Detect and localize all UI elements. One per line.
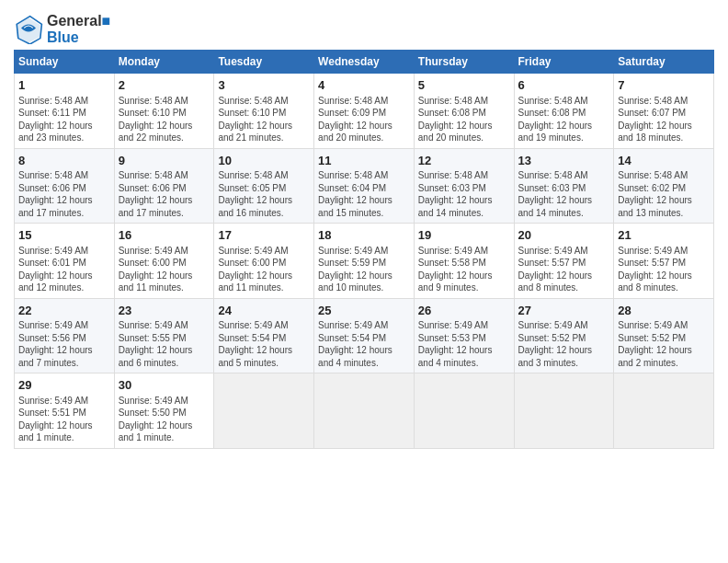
calendar-cell: 20Sunrise: 5:49 AM Sunset: 5:57 PM Dayli… — [514, 224, 614, 299]
day-number: 4 — [318, 77, 410, 94]
calendar-cell: 10Sunrise: 5:48 AM Sunset: 6:05 PM Dayli… — [214, 148, 314, 224]
calendar-cell: 23Sunrise: 5:49 AM Sunset: 5:55 PM Dayli… — [114, 298, 214, 373]
week-row-2: 8Sunrise: 5:48 AM Sunset: 6:06 PM Daylig… — [15, 148, 714, 224]
day-number: 11 — [318, 153, 410, 169]
day-info: Sunrise: 5:49 AM Sunset: 5:54 PM Dayligh… — [318, 319, 410, 369]
calendar-cell: 17Sunrise: 5:49 AM Sunset: 6:00 PM Dayli… — [214, 224, 314, 299]
day-info: Sunrise: 5:49 AM Sunset: 5:57 PM Dayligh… — [618, 245, 710, 294]
calendar-cell: 30Sunrise: 5:49 AM Sunset: 5:50 PM Dayli… — [114, 373, 214, 449]
weekday-header-sunday: Sunday — [15, 51, 115, 74]
day-info: Sunrise: 5:49 AM Sunset: 6:01 PM Dayligh… — [18, 245, 110, 294]
day-number: 12 — [418, 153, 510, 169]
calendar-cell: 25Sunrise: 5:49 AM Sunset: 5:54 PM Dayli… — [314, 298, 415, 373]
calendar-cell — [414, 373, 514, 449]
day-number: 1 — [18, 77, 110, 94]
week-row-1: 1Sunrise: 5:48 AM Sunset: 6:11 PM Daylig… — [15, 74, 714, 149]
week-row-3: 15Sunrise: 5:49 AM Sunset: 6:01 PM Dayli… — [15, 224, 714, 299]
weekday-header-tuesday: Tuesday — [214, 51, 314, 74]
day-info: Sunrise: 5:48 AM Sunset: 6:04 PM Dayligh… — [318, 169, 410, 219]
day-number: 8 — [18, 153, 110, 169]
day-info: Sunrise: 5:48 AM Sunset: 6:10 PM Dayligh… — [218, 95, 310, 144]
calendar-cell: 24Sunrise: 5:49 AM Sunset: 5:54 PM Dayli… — [214, 298, 314, 373]
weekday-header-friday: Friday — [514, 51, 614, 74]
day-number: 19 — [418, 227, 510, 244]
day-info: Sunrise: 5:49 AM Sunset: 5:53 PM Dayligh… — [418, 319, 510, 369]
calendar-cell — [314, 373, 415, 449]
calendar-cell: 12Sunrise: 5:48 AM Sunset: 6:03 PM Dayli… — [414, 148, 514, 224]
day-number: 16 — [119, 227, 210, 244]
calendar-cell — [614, 373, 714, 449]
calendar-cell: 2Sunrise: 5:48 AM Sunset: 6:10 PM Daylig… — [114, 74, 214, 149]
day-info: Sunrise: 5:48 AM Sunset: 6:10 PM Dayligh… — [119, 95, 210, 144]
calendar-cell: 3Sunrise: 5:48 AM Sunset: 6:10 PM Daylig… — [214, 74, 314, 149]
calendar-cell: 26Sunrise: 5:49 AM Sunset: 5:53 PM Dayli… — [414, 298, 514, 373]
day-number: 6 — [518, 77, 610, 94]
day-info: Sunrise: 5:49 AM Sunset: 5:50 PM Dayligh… — [119, 395, 210, 444]
day-info: Sunrise: 5:49 AM Sunset: 6:00 PM Dayligh… — [119, 245, 210, 294]
calendar-cell: 22Sunrise: 5:49 AM Sunset: 5:56 PM Dayli… — [15, 298, 115, 373]
logo-text: General■ Blue — [47, 13, 110, 46]
weekday-header-wednesday: Wednesday — [314, 51, 415, 74]
day-info: Sunrise: 5:49 AM Sunset: 5:57 PM Dayligh… — [518, 245, 610, 294]
day-info: Sunrise: 5:48 AM Sunset: 6:03 PM Dayligh… — [418, 169, 510, 219]
day-number: 28 — [618, 303, 710, 319]
calendar-cell: 18Sunrise: 5:49 AM Sunset: 5:59 PM Dayli… — [314, 224, 415, 299]
day-number: 2 — [119, 77, 210, 94]
day-number: 18 — [318, 227, 410, 244]
calendar-cell: 8Sunrise: 5:48 AM Sunset: 6:06 PM Daylig… — [15, 148, 115, 224]
day-info: Sunrise: 5:49 AM Sunset: 6:00 PM Dayligh… — [218, 245, 310, 294]
day-info: Sunrise: 5:49 AM Sunset: 5:54 PM Dayligh… — [218, 319, 310, 369]
calendar-cell: 14Sunrise: 5:48 AM Sunset: 6:02 PM Dayli… — [614, 148, 714, 224]
day-info: Sunrise: 5:49 AM Sunset: 5:52 PM Dayligh… — [518, 319, 610, 369]
day-info: Sunrise: 5:49 AM Sunset: 5:58 PM Dayligh… — [418, 245, 510, 294]
day-info: Sunrise: 5:48 AM Sunset: 6:03 PM Dayligh… — [518, 169, 610, 219]
weekday-header-row: SundayMondayTuesdayWednesdayThursdayFrid… — [15, 51, 714, 74]
logo-icon — [14, 15, 43, 44]
calendar-cell: 9Sunrise: 5:48 AM Sunset: 6:06 PM Daylig… — [114, 148, 214, 224]
day-number: 20 — [518, 227, 610, 244]
week-row-4: 22Sunrise: 5:49 AM Sunset: 5:56 PM Dayli… — [15, 298, 714, 373]
calendar-cell: 21Sunrise: 5:49 AM Sunset: 5:57 PM Dayli… — [614, 224, 714, 299]
day-number: 27 — [518, 303, 610, 319]
day-number: 15 — [18, 227, 110, 244]
calendar-cell: 16Sunrise: 5:49 AM Sunset: 6:00 PM Dayli… — [114, 224, 214, 299]
day-info: Sunrise: 5:49 AM Sunset: 5:52 PM Dayligh… — [618, 319, 710, 369]
day-number: 13 — [518, 153, 610, 169]
week-row-5: 29Sunrise: 5:49 AM Sunset: 5:51 PM Dayli… — [15, 373, 714, 449]
day-number: 26 — [418, 303, 510, 319]
day-number: 3 — [218, 77, 310, 94]
day-number: 17 — [218, 227, 310, 244]
day-info: Sunrise: 5:48 AM Sunset: 6:02 PM Dayligh… — [618, 169, 710, 219]
day-info: Sunrise: 5:48 AM Sunset: 6:11 PM Dayligh… — [18, 95, 110, 144]
calendar-cell: 15Sunrise: 5:49 AM Sunset: 6:01 PM Dayli… — [15, 224, 115, 299]
day-number: 30 — [119, 377, 210, 394]
day-number: 25 — [318, 303, 410, 319]
calendar-cell — [214, 373, 314, 449]
day-number: 29 — [18, 377, 110, 394]
day-info: Sunrise: 5:48 AM Sunset: 6:09 PM Dayligh… — [318, 95, 410, 144]
calendar-cell: 6Sunrise: 5:48 AM Sunset: 6:08 PM Daylig… — [514, 74, 614, 149]
calendar-cell: 29Sunrise: 5:49 AM Sunset: 5:51 PM Dayli… — [15, 373, 115, 449]
header: General■ Blue — [14, 9, 714, 46]
day-number: 14 — [618, 153, 710, 169]
calendar-cell: 1Sunrise: 5:48 AM Sunset: 6:11 PM Daylig… — [15, 74, 115, 149]
calendar-cell: 28Sunrise: 5:49 AM Sunset: 5:52 PM Dayli… — [614, 298, 714, 373]
day-info: Sunrise: 5:48 AM Sunset: 6:06 PM Dayligh… — [18, 169, 110, 219]
weekday-header-thursday: Thursday — [414, 51, 514, 74]
calendar-table: SundayMondayTuesdayWednesdayThursdayFrid… — [14, 50, 714, 449]
day-number: 23 — [119, 303, 210, 319]
day-number: 10 — [218, 153, 310, 169]
day-number: 5 — [418, 77, 510, 94]
calendar-cell: 19Sunrise: 5:49 AM Sunset: 5:58 PM Dayli… — [414, 224, 514, 299]
day-info: Sunrise: 5:49 AM Sunset: 5:59 PM Dayligh… — [318, 245, 410, 294]
calendar-cell: 4Sunrise: 5:48 AM Sunset: 6:09 PM Daylig… — [314, 74, 415, 149]
calendar-cell: 11Sunrise: 5:48 AM Sunset: 6:04 PM Dayli… — [314, 148, 415, 224]
day-number: 9 — [119, 153, 210, 169]
calendar-cell: 27Sunrise: 5:49 AM Sunset: 5:52 PM Dayli… — [514, 298, 614, 373]
day-info: Sunrise: 5:48 AM Sunset: 6:06 PM Dayligh… — [119, 169, 210, 219]
day-info: Sunrise: 5:48 AM Sunset: 6:08 PM Dayligh… — [418, 95, 510, 144]
day-info: Sunrise: 5:48 AM Sunset: 6:05 PM Dayligh… — [218, 169, 310, 219]
day-info: Sunrise: 5:48 AM Sunset: 6:07 PM Dayligh… — [618, 95, 710, 144]
day-number: 22 — [18, 303, 110, 319]
calendar-cell: 5Sunrise: 5:48 AM Sunset: 6:08 PM Daylig… — [414, 74, 514, 149]
